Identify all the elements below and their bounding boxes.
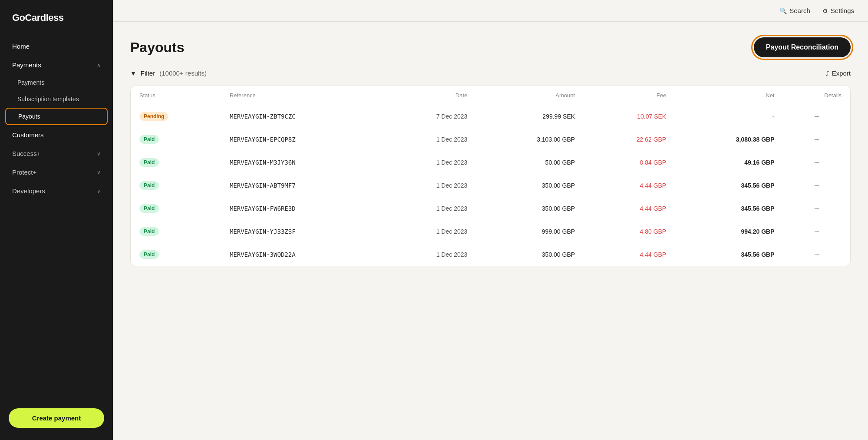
cell-reference-6: MERVEAYGIN-3WQD22A xyxy=(221,243,382,266)
sidebar-item-success-plus[interactable]: Success+ ∨ xyxy=(5,145,108,162)
filter-area: ▼ Filter (10000+ results) xyxy=(130,69,207,77)
details-arrow-button-0[interactable]: → xyxy=(813,112,820,120)
table-header-row: Status Reference Date Amount Fee Net Det… xyxy=(131,86,850,105)
status-badge-5: Paid xyxy=(139,227,159,236)
cell-details-1[interactable]: → xyxy=(783,128,851,151)
cell-status-4: Paid xyxy=(131,197,221,220)
cell-details-0[interactable]: → xyxy=(783,105,851,128)
cell-amount-4: 350.00 GBP xyxy=(476,197,584,220)
cell-date-3: 1 Dec 2023 xyxy=(382,174,476,197)
cell-amount-1: 3,103.00 GBP xyxy=(476,128,584,151)
sidebar-subitem-payouts-label: Payouts xyxy=(18,113,40,120)
cell-net-6: 345.56 GBP xyxy=(675,243,783,266)
search-action[interactable]: 🔍 Search xyxy=(779,7,810,14)
cell-reference-5: MERVEAYGIN-YJ33ZSF xyxy=(221,220,382,243)
cell-reference-3: MERVEAYGIN-ABT9MF7 xyxy=(221,174,382,197)
cell-net-5: 994.20 GBP xyxy=(675,220,783,243)
cell-net-3: 345.56 GBP xyxy=(675,174,783,197)
cell-date-0: 7 Dec 2023 xyxy=(382,105,476,128)
cell-net-4: 345.56 GBP xyxy=(675,197,783,220)
sidebar-subitem-payments-label: Payments xyxy=(17,79,44,86)
cell-details-3[interactable]: → xyxy=(783,174,851,197)
details-arrow-button-5[interactable]: → xyxy=(813,228,820,235)
cell-fee-5: 4.80 GBP xyxy=(584,220,675,243)
sidebar-item-payments[interactable]: Payments ∧ xyxy=(5,56,108,74)
table-row: Paid MERVEAYGIN-3WQD22A 1 Dec 2023 350.0… xyxy=(131,243,850,266)
cell-details-5[interactable]: → xyxy=(783,220,851,243)
topbar: 🔍 Search ⚙ Settings xyxy=(113,0,868,22)
sidebar-item-developers[interactable]: Developers ∨ xyxy=(5,182,108,200)
cell-status-6: Paid xyxy=(131,243,221,266)
sidebar-item-payments-sub[interactable]: Payments xyxy=(5,75,108,90)
cell-date-1: 1 Dec 2023 xyxy=(382,128,476,151)
cell-reference-1: MERVEAYGIN-EPCQP8Z xyxy=(221,128,382,151)
cell-amount-5: 999.00 GBP xyxy=(476,220,584,243)
cell-amount-0: 299.99 SEK xyxy=(476,105,584,128)
filter-icon: ▼ xyxy=(130,70,136,77)
details-arrow-button-2[interactable]: → xyxy=(813,159,820,166)
col-reference: Reference xyxy=(221,86,382,105)
cell-fee-4: 4.44 GBP xyxy=(584,197,675,220)
payout-reconciliation-button[interactable]: Payout Reconciliation xyxy=(754,37,851,57)
sidebar-item-success-plus-label: Success+ xyxy=(12,150,40,157)
settings-label: Settings xyxy=(831,7,854,14)
cell-status-0: Pending xyxy=(131,105,221,128)
details-arrow-button-4[interactable]: → xyxy=(813,205,820,212)
details-arrow-button-3[interactable]: → xyxy=(813,182,820,189)
col-net: Net xyxy=(675,86,783,105)
cell-reference-0: MERVEAYGIN-ZBT9CZC xyxy=(221,105,382,128)
col-status: Status xyxy=(131,86,221,105)
cell-date-6: 1 Dec 2023 xyxy=(382,243,476,266)
chevron-down-icon: ∨ xyxy=(97,151,101,157)
cell-details-2[interactable]: → xyxy=(783,151,851,174)
sidebar-bottom: Create payment xyxy=(0,400,113,440)
cell-status-3: Paid xyxy=(131,174,221,197)
search-label: Search xyxy=(789,7,810,14)
cell-details-6[interactable]: → xyxy=(783,243,851,266)
filter-label[interactable]: Filter xyxy=(141,69,155,77)
sidebar-item-subscription-templates[interactable]: Subscription templates xyxy=(5,91,108,107)
settings-action[interactable]: ⚙ Settings xyxy=(822,7,854,14)
sidebar-item-payouts[interactable]: Payouts xyxy=(5,108,108,125)
chevron-down-icon-2: ∨ xyxy=(97,169,101,175)
table-row: Pending MERVEAYGIN-ZBT9CZC 7 Dec 2023 29… xyxy=(131,105,850,128)
details-arrow-button-1[interactable]: → xyxy=(813,136,820,143)
cell-net-2: 49.16 GBP xyxy=(675,151,783,174)
col-fee: Fee xyxy=(584,86,675,105)
cell-amount-2: 50.00 GBP xyxy=(476,151,584,174)
cell-fee-0: 10.07 SEK xyxy=(584,105,675,128)
cell-date-4: 1 Dec 2023 xyxy=(382,197,476,220)
export-button[interactable]: ⤴ Export xyxy=(826,69,851,77)
create-payment-button[interactable]: Create payment xyxy=(9,408,104,428)
sidebar-item-protect-plus[interactable]: Protect+ ∨ xyxy=(5,163,108,181)
main-area: 🔍 Search ⚙ Settings Payouts Payout Recon… xyxy=(113,0,868,440)
table-row: Paid MERVEAYGIN-YJ33ZSF 1 Dec 2023 999.0… xyxy=(131,220,850,243)
sidebar-subitem-subscription-templates-label: Subscription templates xyxy=(17,96,79,103)
cell-details-4[interactable]: → xyxy=(783,197,851,220)
cell-fee-1: 22.62 GBP xyxy=(584,128,675,151)
chevron-down-icon-3: ∨ xyxy=(97,188,101,194)
table-row: Paid MERVEAYGIN-M3JY36N 1 Dec 2023 50.00… xyxy=(131,151,850,174)
page-title: Payouts xyxy=(130,40,184,56)
sidebar-item-customers[interactable]: Customers xyxy=(5,126,108,144)
status-badge-3: Paid xyxy=(139,181,159,190)
search-icon: 🔍 xyxy=(779,7,787,14)
cell-status-1: Paid xyxy=(131,128,221,151)
sidebar-item-home[interactable]: Home xyxy=(5,37,108,55)
status-badge-0: Pending xyxy=(139,112,168,121)
sidebar-navigation: Home Payments ∧ Payments Subscription te… xyxy=(0,37,113,400)
col-details: Details xyxy=(783,86,851,105)
col-amount: Amount xyxy=(476,86,584,105)
cell-fee-2: 0.84 GBP xyxy=(584,151,675,174)
payouts-table: Status Reference Date Amount Fee Net Det… xyxy=(130,86,851,266)
sidebar-item-developers-label: Developers xyxy=(12,187,45,195)
cell-status-5: Paid xyxy=(131,220,221,243)
sidebar: GoCardless Home Payments ∧ Payments Subs… xyxy=(0,0,113,440)
page-content: Payouts Payout Reconciliation ▼ Filter (… xyxy=(113,22,868,440)
status-badge-1: Paid xyxy=(139,135,159,144)
sidebar-item-customers-label: Customers xyxy=(12,131,44,139)
table-row: Paid MERVEAYGIN-ABT9MF7 1 Dec 2023 350.0… xyxy=(131,174,850,197)
status-badge-4: Paid xyxy=(139,204,159,213)
details-arrow-button-6[interactable]: → xyxy=(813,251,820,258)
gear-icon: ⚙ xyxy=(822,7,828,14)
